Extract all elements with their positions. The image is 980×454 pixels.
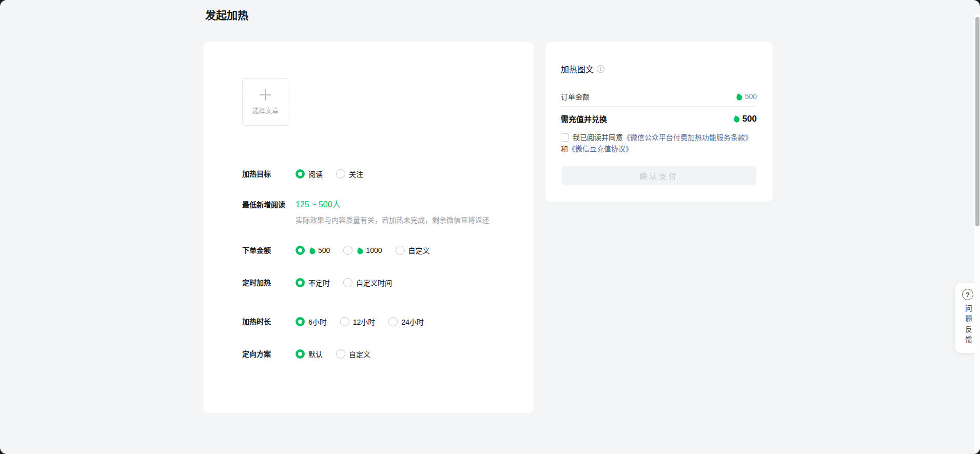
form-row-duration: 加热时长 6小时 12小时 24小时 [242, 316, 437, 327]
radio-unselected-icon[interactable] [336, 169, 345, 179]
summary-title-row: 加热图文 i [561, 63, 604, 75]
heating-page: 发起加热 选择文章 加热目标 阅读 关注 最低新增阅读 [0, 0, 980, 454]
recharge-agreement-link[interactable]: 《微信豆充值协议》 [568, 145, 633, 153]
terms-link[interactable]: 《微信公众平台付费加热功能服务条款》 [623, 133, 752, 142]
plus-icon [260, 89, 271, 101]
form-row-order-amount: 下单金额 500 1000 自定义 [242, 245, 443, 256]
row-label: 定向方案 [242, 348, 296, 360]
info-icon[interactable]: i [597, 65, 604, 73]
question-icon: ? [962, 289, 973, 300]
radio-unselected-icon[interactable] [336, 349, 345, 359]
row-label: 加热时长 [242, 316, 296, 327]
order-amount-row: 订单金额 500 [561, 91, 757, 102]
form-row-min-reads: 最低新增阅读 125 ~ 500人 实际效果与内容质量有关，若加热未完成，剩余微… [242, 199, 489, 225]
radio-option-amount-custom[interactable]: 自定义 [396, 245, 430, 255]
radio-option-follow[interactable]: 关注 [336, 169, 363, 179]
radio-option-24h[interactable]: 24小时 [388, 317, 424, 327]
agreement-prefix: 我已阅读并同意 [573, 133, 623, 142]
radio-option-amount-1000[interactable]: 1000 [343, 246, 382, 255]
radio-option-default[interactable]: 默认 [296, 349, 323, 359]
radio-unselected-icon[interactable] [396, 246, 405, 255]
radio-selected-icon[interactable] [296, 317, 305, 326]
form-divider [242, 146, 496, 146]
row-label: 下单金额 [242, 245, 296, 256]
feedback-label: 问题反馈 [963, 305, 973, 347]
wechat-bean-icon [307, 246, 317, 255]
recharge-row: 需充值并兑换 500 [561, 113, 757, 124]
radio-option-no-schedule[interactable]: 不定时 [296, 278, 330, 288]
agreement-text: 我已阅读并同意《微信公众平台付费加热功能服务条款》和《微信豆充值协议》 [561, 132, 758, 154]
recharge-value: 500 [733, 114, 757, 124]
heating-form-card: 选择文章 加热目标 阅读 关注 最低新增阅读 125 ~ 500人 实 [203, 42, 534, 413]
radio-selected-icon[interactable] [296, 349, 305, 359]
select-article-button[interactable]: 选择文章 [242, 78, 288, 126]
radio-option-amount-500[interactable]: 500 [296, 246, 330, 255]
agreement-checkbox[interactable] [561, 133, 569, 142]
radio-unselected-icon[interactable] [388, 317, 398, 326]
radio-unselected-icon[interactable] [343, 278, 352, 287]
wechat-bean-icon [355, 246, 365, 255]
radio-option-custom-time[interactable]: 自定义时间 [343, 278, 392, 288]
row-label: 加热目标 [242, 168, 296, 180]
form-row-heating-target: 加热目标 阅读 关注 [242, 168, 377, 180]
order-amount-value: 500 [735, 92, 757, 101]
radio-unselected-icon[interactable] [343, 246, 352, 255]
summary-divider [561, 106, 756, 107]
agreement-conjunction: 和 [561, 145, 568, 153]
row-label: 定时加热 [242, 277, 296, 288]
summary-title: 加热图文 [561, 63, 594, 75]
min-reads-range: 125 ~ 500人 [296, 199, 489, 210]
radio-selected-icon[interactable] [296, 169, 305, 179]
radio-option-12h[interactable]: 12小时 [340, 317, 376, 327]
radio-option-read[interactable]: 阅读 [296, 169, 323, 179]
min-reads-note: 实际效果与内容质量有关，若加热未完成，剩余微信豆将返还 [296, 215, 489, 225]
page-title: 发起加热 [205, 7, 248, 22]
form-row-targeting: 定向方案 默认 自定义 [242, 348, 384, 360]
select-article-label: 选择文章 [252, 105, 279, 115]
wechat-bean-icon [732, 114, 741, 124]
wechat-bean-icon [734, 92, 744, 102]
form-row-schedule: 定时加热 不定时 自定义时间 [242, 277, 405, 288]
radio-unselected-icon[interactable] [340, 317, 349, 326]
scrollbar-thumb[interactable] [975, 17, 979, 226]
radio-selected-icon[interactable] [296, 278, 305, 287]
confirm-pay-button[interactable]: 确认支付 [561, 166, 756, 185]
order-amount-label: 订单金额 [561, 91, 590, 102]
radio-option-6h[interactable]: 6小时 [296, 317, 327, 327]
payment-summary-card: 加热图文 i 订单金额 500 需充值并兑换 500 我已阅读并同意《微信公众平… [545, 42, 773, 202]
row-label: 最低新增阅读 [242, 199, 296, 210]
radio-option-custom-targeting[interactable]: 自定义 [336, 349, 370, 359]
radio-selected-icon[interactable] [296, 246, 305, 255]
recharge-label: 需充值并兑换 [561, 113, 607, 124]
